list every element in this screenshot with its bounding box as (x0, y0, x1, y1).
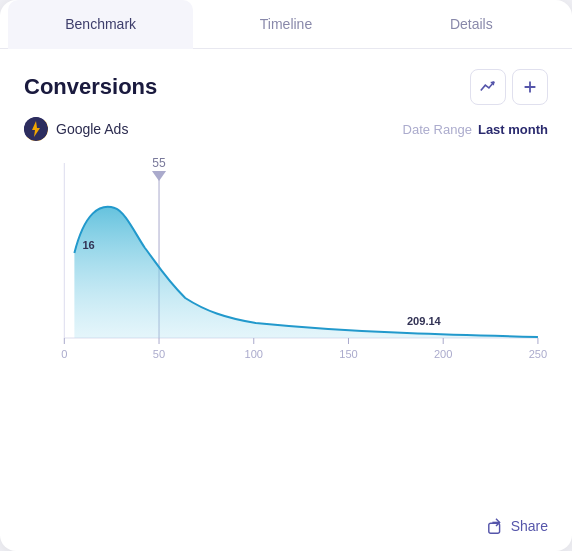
tab-details[interactable]: Details (379, 0, 564, 48)
svg-text:50: 50 (153, 348, 165, 360)
plus-icon (521, 78, 539, 96)
tail-label: 209.14 (407, 315, 442, 327)
source-name: Google Ads (56, 121, 128, 137)
header-row: Conversions (24, 69, 548, 105)
chart-svg-container: 55 16 (24, 153, 548, 373)
svg-text:250: 250 (529, 348, 547, 360)
icon-buttons (470, 69, 548, 105)
tab-benchmark[interactable]: Benchmark (8, 0, 193, 48)
svg-text:150: 150 (339, 348, 357, 360)
trend-button[interactable] (470, 69, 506, 105)
share-label: Share (511, 518, 548, 534)
add-button[interactable] (512, 69, 548, 105)
avatar (24, 117, 48, 141)
source-info: Google Ads (24, 117, 128, 141)
svg-text:200: 200 (434, 348, 452, 360)
source-row: Google Ads Date Range Last month (24, 117, 548, 141)
tab-bar: Benchmark Timeline Details (0, 0, 572, 49)
google-ads-icon (24, 117, 48, 141)
svg-text:100: 100 (245, 348, 263, 360)
benchmark-marker (152, 171, 166, 181)
benchmark-label: 55 (152, 156, 166, 170)
trend-icon (479, 78, 497, 96)
main-content: Conversions (0, 49, 572, 551)
svg-text:0: 0 (61, 348, 67, 360)
peak-label: 16 (82, 239, 94, 251)
date-range: Date Range Last month (403, 122, 548, 137)
footer-row[interactable]: Share (24, 505, 548, 535)
analytics-card: Benchmark Timeline Details Conversions (0, 0, 572, 551)
tab-timeline[interactable]: Timeline (193, 0, 378, 48)
share-icon (487, 517, 505, 535)
chart-area: 55 16 (24, 153, 548, 505)
date-range-value[interactable]: Last month (478, 122, 548, 137)
chart-svg: 55 16 (24, 153, 548, 373)
page-title: Conversions (24, 74, 157, 100)
date-range-label: Date Range (403, 122, 472, 137)
